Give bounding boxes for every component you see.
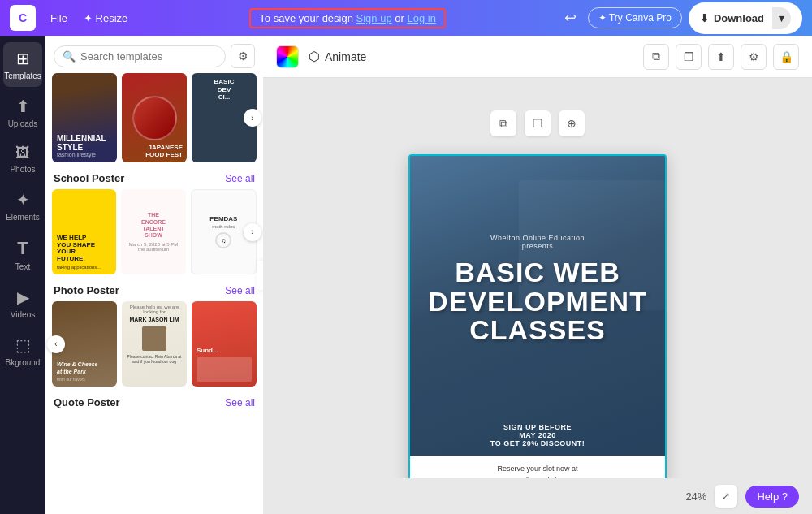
topbar: C File ✦ Resize To save your design Sign…	[0, 0, 812, 36]
sidebar-item-background[interactable]: ⬚ Bkground	[3, 329, 42, 374]
quote-poster-title: Quote Poster	[54, 396, 120, 408]
uploads-icon: ⬆	[16, 97, 30, 116]
school3-sub: math rules	[212, 224, 235, 229]
templates-icon: ⊞	[16, 49, 30, 68]
panel-collapse-arrow[interactable]: ‹	[257, 261, 263, 290]
background-icon: ⬚	[15, 335, 31, 355]
template-card-millennial[interactable]: MillennialStyle fashion lifestyle	[52, 73, 117, 162]
quote-poster-header: Quote Poster See all	[52, 390, 257, 413]
millennial-title: MillennialStyle	[57, 134, 106, 152]
text-icon: T	[17, 238, 28, 259]
photo2-title: MARK JASON LIM	[129, 317, 179, 323]
photo-poster-title: Photo Poster	[54, 284, 119, 296]
templates-panel: 🔍 ⚙ MillennialStyle fashion lifestyle	[45, 36, 263, 514]
resize-menu[interactable]: ✦ Resize	[77, 9, 134, 28]
canvas-content: ⧉ ❐ ⊕ Whelton Online Education presents …	[408, 110, 667, 478]
template-card-photo3[interactable]: Sund...	[192, 301, 257, 387]
quote-poster-see-all[interactable]: See all	[225, 397, 255, 408]
school1-subtitle: taking applications...	[57, 265, 111, 270]
add-page-top-button[interactable]: ⊕	[559, 110, 585, 136]
move-page-button[interactable]: ⧉	[490, 110, 516, 136]
school-poster-see-all[interactable]: See all	[225, 173, 255, 184]
photo-poster-grid: Wine & Cheeseat the Park from our flavor…	[52, 301, 257, 387]
animate-icon: ⬡	[309, 49, 320, 64]
canvas-footer: 24% ⤢ Help ?	[263, 478, 812, 514]
sidebar-item-elements[interactable]: ✦ Elements	[3, 184, 42, 228]
animate-label: Animate	[325, 50, 366, 63]
school-poster-next-arrow[interactable]: ›	[244, 223, 261, 241]
template-card-school2[interactable]: THEENCORETALENTSHOW March 5, 2020 at 5 P…	[121, 189, 185, 274]
template-card-food[interactable]: JAPANESEFOOD FEST	[122, 73, 187, 162]
download-label: Download	[714, 12, 764, 24]
search-input[interactable]	[80, 50, 217, 63]
photos-icon: 🖼	[15, 145, 30, 162]
school1-title: WE HELPYOU SHAPEYOURFUTURE.	[57, 235, 111, 263]
top-cards-next-arrow[interactable]: ›	[244, 109, 261, 127]
filter-button[interactable]: ⚙	[231, 44, 255, 68]
help-button[interactable]: Help ?	[745, 486, 799, 508]
try-pro-button[interactable]: ✦ Try Canva Pro	[588, 7, 682, 28]
save-prompt: To save your design Sign up or Log in	[142, 8, 553, 28]
undo-button[interactable]: ↩	[561, 6, 580, 30]
search-input-wrap[interactable]: 🔍	[54, 45, 226, 67]
duplicate-button[interactable]: ❐	[676, 44, 702, 70]
fullscreen-button[interactable]: ⤢	[715, 485, 737, 508]
sidebar-item-templates[interactable]: ⊞ Templates	[3, 42, 42, 87]
poster-subtitle: Whelton Online Education presents	[490, 234, 585, 250]
sidebar-item-text[interactable]: T Text	[3, 231, 42, 278]
sign-up-link[interactable]: Sign up	[356, 12, 392, 24]
poster-footer-text: Reserve your slot now at www.reallygreat…	[423, 464, 652, 478]
animate-button[interactable]: ⬡ Animate	[309, 49, 366, 64]
poster-footer: Reserve your slot now at www.reallygreat…	[410, 456, 665, 478]
search-bar: 🔍 ⚙	[45, 36, 263, 73]
background-label: Bkground	[6, 358, 41, 367]
topbar-menu: File ✦ Resize	[44, 9, 134, 28]
school2-title: THEENCORETALENTSHOW	[141, 212, 166, 240]
download-button[interactable]: ⬇ Download ▾	[689, 2, 802, 34]
videos-label: Videos	[11, 310, 35, 319]
school-poster-header: School Poster See all	[52, 166, 257, 189]
template-card-photo2[interactable]: Please help us, we are looking for MARK …	[122, 301, 187, 387]
canva-logo[interactable]: C	[10, 5, 36, 31]
templates-scroll: MillennialStyle fashion lifestyle JAPANE…	[45, 73, 263, 514]
template-card-school1[interactable]: WE HELPYOU SHAPEYOURFUTURE. taking appli…	[52, 189, 116, 274]
canvas-area: ⬡ Animate ⧉ ❐ ⬆ ⚙ 🔒 ⧉ ❐ ⊕	[263, 36, 812, 514]
file-menu[interactable]: File	[44, 9, 74, 28]
photo-poster-header: Photo Poster See all	[52, 278, 257, 301]
poster-content: Whelton Online Education presents BASIC …	[410, 156, 665, 478]
school3-title: PEMDAS	[209, 215, 237, 222]
search-icon: 🔍	[63, 50, 76, 63]
templates-label: Templates	[4, 71, 41, 80]
lock-button[interactable]: 🔒	[773, 44, 799, 70]
design-canvas[interactable]: Whelton Online Education presents BASIC …	[408, 154, 667, 478]
sidebar-item-videos[interactable]: ▶ Videos	[3, 281, 42, 326]
school-poster-row: WE HELPYOU SHAPEYOURFUTURE. taking appli…	[52, 189, 257, 274]
food-title: JAPANESEFOOD FEST	[145, 144, 183, 158]
videos-icon: ▶	[17, 287, 29, 307]
main-area: ⊞ Templates ⬆ Uploads 🖼 Photos ✦ Element…	[0, 36, 812, 514]
photo2-img	[142, 326, 166, 351]
photo2-detail: Please contact Rein Abarca atand if you …	[127, 354, 182, 365]
school-poster-title: School Poster	[54, 172, 124, 184]
sidebar-item-uploads[interactable]: ⬆ Uploads	[3, 90, 42, 135]
text-label: Text	[15, 262, 30, 271]
log-in-link[interactable]: Log in	[407, 12, 435, 24]
share-button[interactable]: ⬆	[708, 44, 734, 70]
photo-poster-prev-arrow[interactable]: ‹	[47, 335, 65, 353]
topbar-right: ✦ Try Canva Pro ⬇ Download ▾	[588, 2, 802, 34]
poster-cta: SIGN UP BEFORE MAY 2020 TO GET 20% DISCO…	[410, 415, 665, 456]
color-swatch[interactable]	[276, 45, 299, 68]
poster-top: Whelton Online Education presents BASIC …	[410, 156, 665, 415]
top-cards-section: MillennialStyle fashion lifestyle JAPANE…	[52, 73, 257, 162]
canvas-scroll: ⧉ ❐ ⊕ Whelton Online Education presents …	[263, 78, 812, 478]
download-chevron[interactable]: ▾	[772, 7, 791, 29]
copy-page-button[interactable]: ❐	[525, 110, 551, 136]
uploads-label: Uploads	[8, 119, 38, 128]
school3-icon: ♫	[215, 232, 231, 248]
filter-settings-button[interactable]: ⚙	[741, 44, 767, 70]
photo-poster-see-all[interactable]: See all	[225, 285, 255, 296]
sidebar-item-photos[interactable]: 🖼 Photos	[3, 138, 42, 180]
copy-link-button[interactable]: ⧉	[643, 44, 669, 70]
save-prompt-text: To save your design Sign up or Log in	[249, 8, 446, 28]
photo3-title: Sund...	[197, 347, 252, 354]
